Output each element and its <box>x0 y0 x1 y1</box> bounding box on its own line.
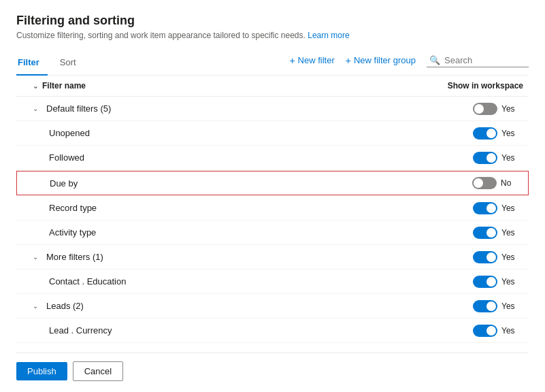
toggle-label-activity-type: Yes <box>501 228 518 238</box>
filter-row-followed: Followed Yes <box>16 146 529 170</box>
toggle-default-filters[interactable] <box>473 103 497 115</box>
chevron-icon-leads[interactable]: ⌄ <box>33 302 46 310</box>
page-subtitle: Customize filtering, sorting and work it… <box>16 31 529 40</box>
toggle-label-due-by: No <box>501 178 517 188</box>
filter-label-due-by: Due by <box>50 178 429 189</box>
filter-row-record-type: Record type Yes <box>16 196 529 220</box>
filter-label-unopened: Unopened <box>49 128 429 138</box>
toggle-more-filters[interactable] <box>473 251 497 263</box>
toggle-area-unopened: Yes <box>429 127 518 140</box>
filter-row-default-filters: ⌄ Default filters (5) Yes <box>16 97 529 121</box>
toggle-label-default: Yes <box>501 104 518 114</box>
chevron-down-icon: ⌄ <box>33 82 38 90</box>
filter-row-leads: ⌄ Leads (2) Yes <box>16 294 529 318</box>
page-container: Filtering and sorting Customize filterin… <box>0 0 545 392</box>
cancel-button[interactable]: Cancel <box>73 361 123 381</box>
search-input[interactable] <box>444 55 526 65</box>
toggle-label-unopened: Yes <box>501 129 518 138</box>
filter-row-lead-account: Lead . Account Yes <box>16 343 529 347</box>
plus-icon-group: + <box>346 55 351 66</box>
toggle-area-lead-currency: Yes <box>429 325 518 337</box>
toggle-area-activity-type: Yes <box>429 227 518 239</box>
filter-label-contact-education: Contact . Education <box>49 276 429 287</box>
toggle-area-contact-education: Yes <box>429 276 518 288</box>
filter-label-default-filters: Default filters (5) <box>46 103 429 114</box>
toggle-unopened[interactable] <box>473 127 497 140</box>
toggle-label-record-type: Yes <box>501 203 518 213</box>
toggle-lead-currency[interactable] <box>473 325 497 337</box>
plus-icon: + <box>289 55 295 66</box>
filter-label-leads: Leads (2) <box>46 301 429 311</box>
search-box[interactable]: 🔍 <box>427 54 529 67</box>
toggle-area-leads: Yes <box>429 300 518 312</box>
page-title: Filtering and sorting <box>16 14 529 28</box>
filter-label-activity-type: Activity type <box>49 227 429 238</box>
toggle-contact-education[interactable] <box>473 276 497 288</box>
filter-row-activity-type: Activity type Yes <box>16 220 529 245</box>
filter-table: ⌄ Default filters (5) Yes Unopened Ye <box>16 97 529 347</box>
toggle-due-by[interactable] <box>472 177 497 189</box>
search-icon: 🔍 <box>429 55 440 65</box>
tabs-bar: Filter Sort + New filter + New filter gr… <box>16 51 529 76</box>
toggle-record-type[interactable] <box>473 202 497 214</box>
tab-actions: + New filter + New filter group 🔍 <box>289 54 529 73</box>
filter-row-contact-education: Contact . Education Yes <box>16 270 529 294</box>
toggle-label-leads: Yes <box>501 301 518 311</box>
filter-row-due-by: Due by No <box>16 171 529 195</box>
toggle-activity-type[interactable] <box>473 227 497 239</box>
toggle-label-contact-education: Yes <box>501 277 518 287</box>
toggle-label-more-filters: Yes <box>501 252 518 262</box>
filter-label-followed: Followed <box>49 152 429 163</box>
toggle-area-more-filters: Yes <box>429 251 518 263</box>
toggle-followed[interactable] <box>473 152 497 164</box>
col-show-workspace: Show in workspace <box>435 81 523 91</box>
chevron-icon-more[interactable]: ⌄ <box>33 253 46 261</box>
new-filter-group-button[interactable]: + New filter group <box>346 55 416 66</box>
toggle-leads[interactable] <box>473 300 497 312</box>
filter-row-lead-currency: Lead . Currency Yes <box>16 318 529 343</box>
col-filter-name: Filter name <box>42 81 86 91</box>
footer: Publish Cancel <box>16 353 529 381</box>
filter-label-more-filters: More filters (1) <box>46 252 429 262</box>
toggle-area-record-type: Yes <box>429 202 518 214</box>
filter-label-lead-currency: Lead . Currency <box>49 325 429 336</box>
tab-sort[interactable]: Sort <box>59 52 84 76</box>
toggle-area-default: Yes <box>429 103 518 115</box>
filter-row-more-filters: ⌄ More filters (1) Yes <box>16 245 529 270</box>
learn-more-link[interactable]: Learn more <box>308 31 349 40</box>
publish-button[interactable]: Publish <box>16 362 67 380</box>
table-header: ⌄ Filter name Show in workspace <box>16 76 529 97</box>
filter-row-unopened: Unopened Yes <box>16 121 529 146</box>
toggle-area-due-by: No <box>429 177 517 189</box>
toggle-label-followed: Yes <box>501 153 518 163</box>
chevron-icon-default[interactable]: ⌄ <box>33 105 46 112</box>
filter-label-record-type: Record type <box>49 203 429 213</box>
new-filter-button[interactable]: + New filter <box>289 55 334 66</box>
tab-filter[interactable]: Filter <box>16 52 48 76</box>
toggle-area-followed: Yes <box>429 152 518 164</box>
toggle-label-lead-currency: Yes <box>501 326 518 336</box>
